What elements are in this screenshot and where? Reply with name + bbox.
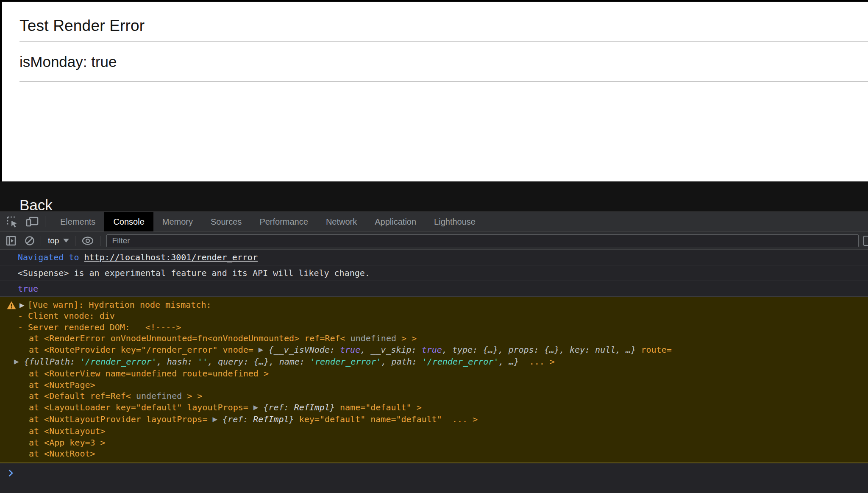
console-text: > > <box>396 333 417 343</box>
back-link[interactable]: Back <box>19 197 53 212</box>
console-text: {__v_isVNode: <box>268 345 340 355</box>
tab-console[interactable]: Console <box>104 212 153 231</box>
console-text: true <box>340 345 360 355</box>
live-expression-eye-icon[interactable] <box>81 236 94 245</box>
warning-line: - Client vnode: div <box>0 310 868 321</box>
tab-lighthouse[interactable]: Lighthouse <box>425 212 484 231</box>
console-text: <Suspense> is an experimental feature an… <box>18 268 370 278</box>
console-message: true <box>0 281 868 297</box>
console-sidebar-icon[interactable] <box>6 236 16 246</box>
chevron-right-icon <box>8 468 14 478</box>
chevron-down-icon[interactable] <box>63 239 69 242</box>
console-text: {ref: <box>223 414 253 424</box>
console-text: , …} <box>498 357 519 367</box>
tab-memory[interactable]: Memory <box>153 212 202 231</box>
console-text: key="default" name="default" ... > <box>294 414 478 424</box>
tab-application[interactable]: Application <box>366 212 425 231</box>
context-selector[interactable]: top <box>48 236 59 245</box>
console-text: at <NuxtRoot> <box>29 448 95 459</box>
expand-triangle-icon[interactable]: ▶ <box>212 414 217 425</box>
clipped-toolbar-icon <box>863 236 868 246</box>
console-text: at <LayoutLoader key="default" layoutPro… <box>29 402 253 412</box>
console-link-url[interactable]: http://localhost:3001/render_error <box>84 252 258 262</box>
console-text: 'render_error' <box>310 357 381 367</box>
page-footer-section: Back <box>0 181 868 212</box>
console-text: {fullPath: <box>24 357 80 367</box>
console-text: true <box>422 345 442 355</box>
console-text: at <NuxtLayout> <box>29 426 106 436</box>
divider <box>19 41 868 42</box>
console-text: } <box>289 414 294 424</box>
console-text: at <NuxtLayoutProvider layoutProps= <box>29 414 212 424</box>
console-prompt[interactable] <box>0 463 868 493</box>
console-text: , hash: <box>157 357 198 367</box>
filter-input[interactable] <box>106 234 859 247</box>
console-text <box>19 357 24 367</box>
tab-network[interactable]: Network <box>317 212 366 231</box>
warning-line: at <RouteProvider key="/render_error" vn… <box>0 344 868 356</box>
warning-line: at <NuxtLayoutProvider layoutProps= ▶ {r… <box>0 414 868 426</box>
console-text: - Server rendered DOM: <!----> <box>18 322 181 332</box>
console-text: undefined <box>351 333 396 343</box>
console-text <box>217 414 223 424</box>
expand-triangle-icon[interactable]: ▶ <box>19 300 25 311</box>
console-text: at <Default ref=Ref< <box>29 391 136 401</box>
console-text: at <App key=3 > <box>29 437 106 448</box>
console-toolbar: top <box>0 232 868 250</box>
screenshot-root: Test Render Error isMonday: true Back E <box>0 0 868 493</box>
console-text: {ref: <box>263 402 294 412</box>
page-title: Test Render Error <box>19 17 145 35</box>
divider <box>75 236 75 246</box>
devtools-tabs: ElementsConsoleMemorySourcesPerformanceN… <box>51 212 484 231</box>
warning-line: at <App key=3 > <box>0 437 868 448</box>
console-text: at <RouterView name=undefined route=unde… <box>29 368 269 379</box>
console-text: true <box>18 284 38 294</box>
console-text: route= <box>636 345 671 355</box>
console-text: '' <box>198 357 208 367</box>
console-text: at <NuxtPage> <box>29 380 95 390</box>
divider <box>45 216 45 227</box>
expand-triangle-icon[interactable]: ▶ <box>253 402 259 413</box>
console-text: name="default" > <box>335 402 422 412</box>
warning-line: ▶[Vue warn]: Hydration node mismatch: <box>0 299 868 310</box>
console-warning-group: ▶[Vue warn]: Hydration node mismatch:- C… <box>0 297 868 463</box>
tab-performance[interactable]: Performance <box>250 212 317 231</box>
expand-triangle-icon[interactable]: ▶ <box>14 356 19 367</box>
divider <box>41 236 41 246</box>
console-text <box>263 345 268 355</box>
warning-line: at <RenderError onVnodeUnmounted=fn<onVn… <box>0 333 868 344</box>
console-text: [Vue warn]: Hydration node mismatch: <box>28 300 211 310</box>
console-text: '/render_error' <box>422 357 499 367</box>
status-line: isMonday: true <box>19 53 117 70</box>
console-text: > > <box>182 391 202 401</box>
warning-line: at <NuxtRoot> <box>0 448 868 459</box>
tab-elements[interactable]: Elements <box>51 212 104 231</box>
device-toolbar-icon[interactable] <box>25 215 39 228</box>
expand-triangle-icon[interactable]: ▶ <box>259 344 264 355</box>
warning-line: at <NuxtPage> <box>0 379 868 390</box>
warning-line: at <NuxtLayout> <box>0 426 868 437</box>
warning-line: at <Default ref=Ref< undefined > > <box>0 390 868 401</box>
console-text: , path: <box>381 357 422 367</box>
console-message: <Suspense> is an experimental feature an… <box>0 265 868 281</box>
console-text: at <RenderError onVnodeUnmounted=fn<onVn… <box>29 333 351 343</box>
warning-line: at <LayoutLoader key="default" layoutPro… <box>0 402 868 414</box>
console-text: ... > <box>519 357 555 367</box>
tab-sources[interactable]: Sources <box>202 212 250 231</box>
inspect-element-icon[interactable] <box>6 215 19 228</box>
warning-line: ▶ {fullPath: '/render_error', hash: '', … <box>0 356 868 368</box>
clear-console-icon[interactable] <box>25 236 35 246</box>
devtools-tabbar: ElementsConsoleMemorySourcesPerformanceN… <box>0 212 868 232</box>
console-message: Navigated to http://localhost:3001/rende… <box>0 250 868 265</box>
console-text: , query: {…}, name: <box>208 357 310 367</box>
console-text: Navigated to <box>18 252 84 262</box>
console-text: , type: {…}, props: {…}, key: null, …} <box>442 345 636 355</box>
console-text: - Client vnode: div <box>18 311 115 321</box>
devtools-panel: ElementsConsoleMemorySourcesPerformanceN… <box>0 212 868 493</box>
divider <box>100 236 100 246</box>
warning-line: - Server rendered DOM: <!----> <box>0 322 868 333</box>
warning-line: at <RouterView name=undefined route=unde… <box>0 368 868 379</box>
console-text: RefImpl <box>294 402 330 412</box>
console-text: '/render_error' <box>80 357 157 367</box>
console-text <box>258 402 263 412</box>
